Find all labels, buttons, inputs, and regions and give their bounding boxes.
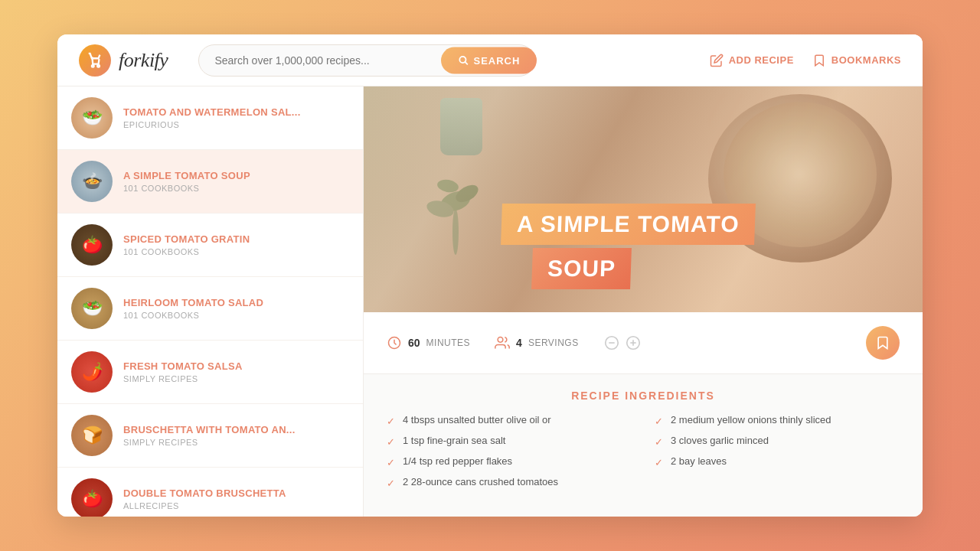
ingredients-section: RECIPE INGREDIENTS ✓4 tbsps unsalted but… xyxy=(364,374,923,517)
recipe-list-item[interactable]: 🌶️ FRESH TOMATO SALSA SIMPLY RECIPES xyxy=(57,341,363,404)
servings-detail: 4 SERVINGS xyxy=(495,335,579,350)
svg-point-2 xyxy=(460,57,466,63)
svg-point-4 xyxy=(452,209,459,255)
recipe-thumbnail: 🥗 xyxy=(71,288,113,329)
hero-background: A SIMPLE TOMATO SOUP xyxy=(364,86,923,312)
ingredient-text: 2 medium yellow onions thinly sliced xyxy=(671,414,831,425)
minutes-label: MINUTES xyxy=(426,337,471,348)
bookmarks-label: BOOKMARKS xyxy=(831,54,901,66)
add-recipe-label: ADD RECIPE xyxy=(729,54,794,66)
ingredient-text: 2 bay leaves xyxy=(671,455,727,467)
recipe-list-item[interactable]: 🥗 TOMATO AND WATERMELON SAL... EPICURIOU… xyxy=(57,86,363,150)
recipe-title: DOUBLE TOMATO BRUSCHETTA xyxy=(123,487,349,499)
check-icon: ✓ xyxy=(387,416,395,427)
recipe-title: TOMATO AND WATERMELON SAL... xyxy=(123,106,349,118)
ingredients-grid: ✓4 tbsps unsalted butter olive oil or✓2 … xyxy=(387,414,900,489)
bookmarks-button[interactable]: BOOKMARKS xyxy=(812,54,901,67)
plus-circle-icon[interactable] xyxy=(625,334,642,351)
recipe-list-item[interactable]: 🍞 BRUSCHETTA WITH TOMATO AN... SIMPLY RE… xyxy=(57,404,363,468)
bookmark-icon xyxy=(875,335,890,350)
recipe-thumbnail: 🍅 xyxy=(71,224,113,266)
ingredient-item: ✓2 medium yellow onions thinly sliced xyxy=(655,414,900,427)
recipe-info: DOUBLE TOMATO BRUSCHETTA ALLRECIPES xyxy=(123,487,349,510)
recipe-thumbnail: 🍅 xyxy=(71,478,113,517)
ingredient-text: 3 cloves garlic minced xyxy=(671,435,769,446)
search-area: SEARCH xyxy=(198,44,535,77)
people-icon xyxy=(495,335,510,350)
servings-value: 4 xyxy=(516,337,522,349)
sidebar: 🥗 TOMATO AND WATERMELON SAL... EPICURIOU… xyxy=(57,86,364,517)
app-container: forkify SEARCH ADD RECIPE xyxy=(57,34,923,517)
recipe-info: A SIMPLE TOMATO SOUP 101 COOKBOOKS xyxy=(123,170,349,193)
recipe-title: BRUSCHETTA WITH TOMATO AN... xyxy=(123,424,349,435)
hero-title-line2: SOUP xyxy=(531,248,632,289)
check-icon: ✓ xyxy=(387,478,395,489)
ingredient-item: ✓2 bay leaves xyxy=(655,455,900,468)
clock-icon xyxy=(387,335,402,350)
recipe-list-item[interactable]: 🥗 HEIRLOOM TOMATO SALAD 101 COOKBOOKS xyxy=(57,277,363,341)
main-body: 🥗 TOMATO AND WATERMELON SAL... EPICURIOU… xyxy=(57,86,923,517)
recipe-title: A SIMPLE TOMATO SOUP xyxy=(123,170,349,181)
recipe-thumbnail: 🌶️ xyxy=(71,351,113,393)
svg-point-1 xyxy=(97,64,100,67)
hero-title-line1: A SIMPLE TOMATO xyxy=(501,204,755,245)
minutes-value: 60 xyxy=(408,337,420,349)
ingredient-text: 1/4 tsp red pepper flakes xyxy=(403,455,512,467)
ingredient-text: 1 tsp fine-grain sea salt xyxy=(403,435,505,446)
ingredient-text: 2 28-ounce cans crushed tomatoes xyxy=(403,476,558,487)
recipe-info: FRESH TOMATO SALSA SIMPLY RECIPES xyxy=(123,360,349,383)
ingredient-item: ✓2 28-ounce cans crushed tomatoes xyxy=(387,476,632,489)
logo-icon xyxy=(79,44,111,77)
svg-point-10 xyxy=(498,337,503,343)
recipe-info: SPICED TOMATO GRATIN 101 COOKBOOKS xyxy=(123,233,349,256)
check-icon: ✓ xyxy=(655,457,663,468)
recipe-list-item[interactable]: 🍅 DOUBLE TOMATO BRUSCHETTA ALLRECIPES xyxy=(57,468,363,517)
ingredients-title: RECIPE INGREDIENTS xyxy=(387,390,900,402)
servings-label: SERVINGS xyxy=(528,337,579,348)
recipe-title: HEIRLOOM TOMATO SALAD xyxy=(123,297,349,308)
svg-line-3 xyxy=(466,62,468,64)
recipe-thumbnail: 🍲 xyxy=(71,161,113,202)
recipe-source: SIMPLY RECIPES xyxy=(123,438,349,447)
header-actions: ADD RECIPE BOOKMARKS xyxy=(710,54,901,67)
recipe-list-item[interactable]: 🍅 SPICED TOMATO GRATIN 101 COOKBOOKS xyxy=(57,214,363,277)
recipe-info: TOMATO AND WATERMELON SAL... EPICURIOUS xyxy=(123,106,349,129)
logo-area: forkify xyxy=(79,44,168,77)
ingredient-item: ✓4 tbsps unsalted butter olive oil or xyxy=(387,414,632,427)
recipe-title: FRESH TOMATO SALSA xyxy=(123,360,349,372)
recipe-source: ALLRECIPES xyxy=(123,501,349,510)
hero-title-block: A SIMPLE TOMATO SOUP xyxy=(501,204,755,289)
app-name: forkify xyxy=(119,49,168,72)
minus-circle-icon[interactable] xyxy=(603,334,620,351)
bookmark-main-button[interactable] xyxy=(866,326,900,360)
ingredient-item: ✓1/4 tsp red pepper flakes xyxy=(387,455,632,468)
check-icon: ✓ xyxy=(387,457,395,468)
ingredient-text: 4 tbsps unsalted butter olive oil or xyxy=(403,414,551,425)
recipe-source: EPICURIOUS xyxy=(123,120,349,129)
recipe-source: SIMPLY RECIPES xyxy=(123,374,349,383)
ingredient-item: ✓1 tsp fine-grain sea salt xyxy=(387,435,632,448)
recipe-source: 101 COOKBOOKS xyxy=(123,184,349,193)
recipe-info: HEIRLOOM TOMATO SALAD 101 COOKBOOKS xyxy=(123,297,349,320)
recipe-info: BRUSCHETTA WITH TOMATO AN... SIMPLY RECI… xyxy=(123,424,349,447)
svg-point-8 xyxy=(436,178,459,194)
search-button[interactable]: SEARCH xyxy=(441,47,537,73)
check-icon: ✓ xyxy=(655,436,663,448)
add-recipe-button[interactable]: ADD RECIPE xyxy=(710,54,794,67)
recipe-thumbnail: 🍞 xyxy=(71,415,113,456)
svg-point-0 xyxy=(92,64,94,67)
content-area: A SIMPLE TOMATO SOUP 60 MINUTES xyxy=(364,86,923,517)
servings-controls xyxy=(603,334,642,351)
ingredient-item: ✓3 cloves garlic minced xyxy=(655,435,900,448)
recipe-source: 101 COOKBOOKS xyxy=(123,311,349,320)
recipe-details: 60 MINUTES 4 SERVINGS xyxy=(364,312,923,374)
header: forkify SEARCH ADD RECIPE xyxy=(57,34,923,86)
recipe-source: 101 COOKBOOKS xyxy=(123,247,349,256)
time-detail: 60 MINUTES xyxy=(387,335,470,350)
recipe-thumbnail: 🥗 xyxy=(71,97,113,139)
recipe-hero: A SIMPLE TOMATO SOUP xyxy=(364,86,923,312)
check-icon: ✓ xyxy=(655,416,663,427)
recipe-list-item[interactable]: 🍲 A SIMPLE TOMATO SOUP 101 COOKBOOKS xyxy=(57,150,363,214)
search-button-label: SEARCH xyxy=(473,54,520,66)
recipe-title: SPICED TOMATO GRATIN xyxy=(123,233,349,245)
